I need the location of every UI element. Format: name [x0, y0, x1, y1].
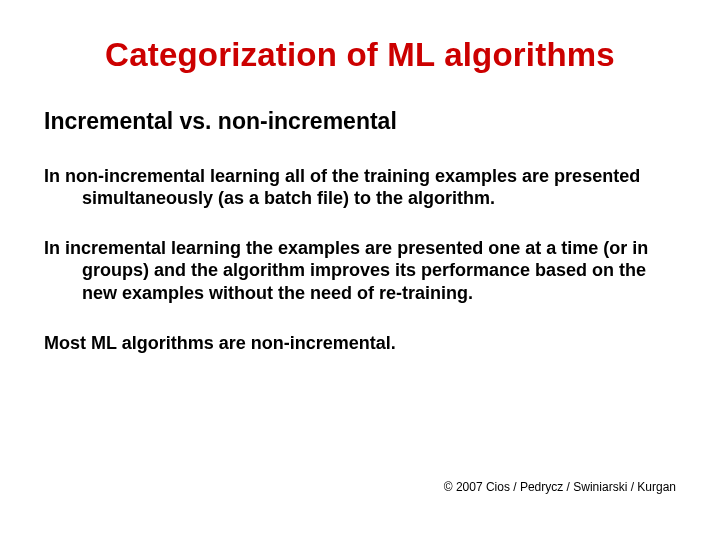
paragraph-text: Most ML algorithms are non-incremental. [44, 332, 676, 354]
slide-title: Categorization of ML algorithms [44, 36, 676, 74]
paragraph-summary: Most ML algorithms are non-incremental. [44, 332, 676, 354]
slide-container: Categorization of ML algorithms Incremen… [0, 0, 720, 540]
copyright-footer: © 2007 Cios / Pedrycz / Swiniarski / Kur… [444, 480, 676, 494]
paragraph-nonincremental: In non-incremental learning all of the t… [44, 165, 676, 209]
paragraph-text: In incremental learning the examples are… [44, 237, 676, 303]
slide-subheading: Incremental vs. non-incremental [44, 108, 676, 135]
paragraph-incremental: In incremental learning the examples are… [44, 237, 676, 303]
paragraph-text: In non-incremental learning all of the t… [44, 165, 676, 209]
